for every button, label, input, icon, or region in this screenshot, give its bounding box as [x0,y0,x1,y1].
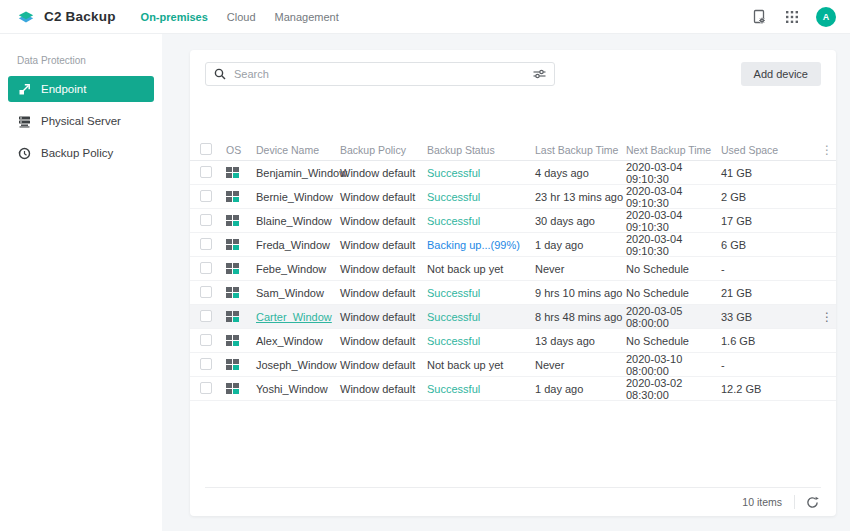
table-row[interactable]: Sam_Window Window default Successful 9 h… [190,281,836,305]
table-body: Benjamin_Window Window default Successfu… [190,161,836,401]
device-name-link[interactable]: Benjamin_Window [256,167,340,179]
device-name-link[interactable]: Sam_Window [256,287,340,299]
nav-tab-management[interactable]: Management [275,11,339,23]
table-row[interactable]: Blaine_Window Window default Successful … [190,209,836,233]
device-name-link[interactable]: Yoshi_Window [256,383,340,395]
row-checkbox[interactable] [200,286,212,298]
last-backup-time-cell: 9 hrs 10 mins ago [535,287,626,299]
device-name-link[interactable]: Blaine_Window [256,215,340,227]
backup-status: Successful [427,287,535,299]
top-header: C2 Backup On-premises Cloud Management [0,0,850,34]
last-backup-time-cell: 30 days ago [535,215,626,227]
sidebar-item-physical-server[interactable]: Physical Server [8,108,154,134]
device-list-panel: Add device OS Device Name Backup Policy … [190,50,836,516]
used-space-cell: 41 GB [721,167,821,179]
next-backup-time-cell: 2020-03-04 09:10:30 [626,209,721,233]
used-space-cell: 12.2 GB [721,383,821,395]
next-backup-time-cell: No Schedule [626,263,721,275]
row-checkbox[interactable] [200,310,212,322]
sidebar-item-label: Physical Server [41,115,121,127]
select-all-checkbox[interactable] [200,143,212,155]
row-checkbox[interactable] [200,166,212,178]
column-backup-policy[interactable]: Backup Policy [340,144,427,156]
device-name-link[interactable]: Carter_Window [256,311,340,323]
search-input[interactable] [234,68,533,80]
agent-download-icon[interactable] [750,8,768,26]
device-name-link[interactable]: Alex_Window [256,335,340,347]
refresh-icon[interactable] [806,496,819,509]
windows-os-icon [226,335,239,347]
last-backup-time-cell: 23 hr 13 mins ago [535,191,626,203]
backup-policy-cell: Window default [340,215,427,227]
sidebar-item-backup-policy[interactable]: Backup Policy [8,140,154,166]
sidebar-section-label: Data Protection [17,55,162,66]
table-row[interactable]: Alex_Window Window default Successful 13… [190,329,836,353]
last-backup-time-cell: Never [535,263,626,275]
row-checkbox[interactable] [200,238,212,250]
column-settings-icon[interactable]: ⋮ [821,145,849,155]
column-backup-status[interactable]: Backup Status [427,144,535,156]
row-actions-icon[interactable]: ⋮ [821,312,849,322]
row-checkbox[interactable] [200,358,212,370]
backup-policy-cell: Window default [340,359,427,371]
next-backup-time-cell: No Schedule [626,335,721,347]
row-checkbox[interactable] [200,262,212,274]
table-row[interactable]: Febe_Window Window default Not back up y… [190,257,836,281]
last-backup-time-cell: 1 day ago [535,239,626,251]
items-count: 10 items [742,496,782,508]
last-backup-time-cell: 13 days ago [535,335,626,347]
windows-os-icon [226,167,239,179]
next-backup-time-cell: 2020-03-04 09:10:30 [626,233,721,257]
table-row[interactable]: Freda_Window Window default Backing up..… [190,233,836,257]
last-backup-time-cell: 1 day ago [535,383,626,395]
table-row[interactable]: Benjamin_Window Window default Successfu… [190,161,836,185]
search-box[interactable] [205,62,555,86]
last-backup-time-cell: 8 hrs 48 mins ago [535,311,626,323]
backup-policy-cell: Window default [340,383,427,395]
footer-divider [794,495,795,509]
column-os[interactable]: OS [226,144,256,156]
device-name-link[interactable]: Bernie_Window [256,191,340,203]
column-last-backup-time[interactable]: Last Backup Time [535,144,626,156]
backup-policy-cell: Window default [340,191,427,203]
row-checkbox[interactable] [200,190,212,202]
backup-status: Successful [427,383,535,395]
used-space-cell: 1.6 GB [721,335,821,347]
used-space-cell: - [721,263,821,275]
device-name-link[interactable]: Joseph_Window [256,359,340,371]
column-device-name[interactable]: Device Name [256,144,340,156]
device-name-link[interactable]: Freda_Window [256,239,340,251]
nav-tab-on-premises[interactable]: On-premises [141,11,208,23]
table-row[interactable]: Carter_Window Window default Successful … [190,305,836,329]
search-icon [214,68,226,80]
table-row[interactable]: Joseph_Window Window default Not back up… [190,353,836,377]
add-device-button[interactable]: Add device [741,62,821,86]
backup-status: Not back up yet [427,263,535,275]
row-checkbox[interactable] [200,382,212,394]
backup-policy-cell: Window default [340,167,427,179]
sidebar-item-endpoint[interactable]: Endpoint [8,76,154,102]
sidebar-item-label: Endpoint [41,83,86,95]
table-row[interactable]: Yoshi_Window Window default Successful 1… [190,377,836,401]
column-used-space[interactable]: Used Space [721,144,821,156]
table-header: OS Device Name Backup Policy Backup Stat… [190,140,836,161]
table-row[interactable]: Bernie_Window Window default Successful … [190,185,836,209]
app-title: C2 Backup [44,9,116,24]
apps-grid-icon[interactable] [783,8,801,26]
next-backup-time-cell: 2020-03-04 09:10:30 [626,185,721,209]
column-next-backup-time[interactable]: Next Backup Time [626,144,721,156]
backup-policy-cell: Window default [340,263,427,275]
nav-tab-cloud[interactable]: Cloud [227,11,256,23]
windows-os-icon [226,311,239,323]
device-name-link[interactable]: Febe_Window [256,263,340,275]
next-backup-time-cell: 2020-03-05 08:00:00 [626,305,721,329]
windows-os-icon [226,191,239,203]
row-checkbox[interactable] [200,214,212,226]
next-backup-time-cell: 2020-03-10 08:00:00 [626,353,721,377]
backup-policy-icon [18,147,31,160]
row-checkbox[interactable] [200,334,212,346]
filter-tune-icon[interactable] [533,68,546,80]
used-space-cell: 17 GB [721,215,821,227]
endpoint-icon [18,83,31,96]
user-avatar[interactable]: A [816,7,836,27]
